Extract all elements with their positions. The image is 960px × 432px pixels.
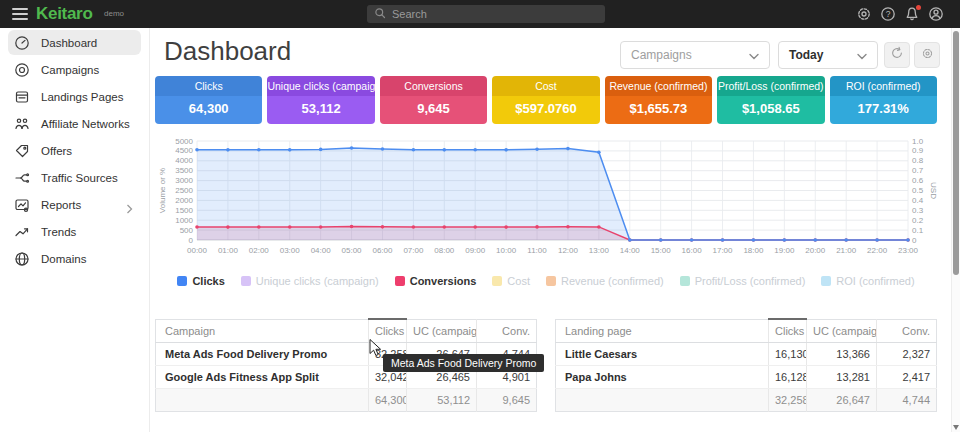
sidebar-item-label: Campaigns <box>41 64 99 76</box>
legend-item-unique-clicks-campaign-[interactable]: Unique clicks (campaign) <box>241 275 379 287</box>
svg-text:06:00: 06:00 <box>372 246 393 255</box>
totals-cell: 9,645 <box>477 388 537 411</box>
campaigns-filter-select[interactable]: Campaigns <box>620 41 770 69</box>
legend-swatch <box>821 276 831 286</box>
svg-text:2500: 2500 <box>175 186 193 195</box>
campaigns-filter-label: Campaigns <box>631 48 692 62</box>
row-name-cell[interactable]: Google Ads Fitness App Split <box>156 365 369 388</box>
sidebar-item-traffic-sources[interactable]: Traffic Sources <box>8 165 141 190</box>
chart-legend: ClicksUnique clicks (campaign)Conversion… <box>155 275 937 287</box>
stat-card-conversions[interactable]: Conversions9,645 <box>380 76 487 124</box>
sidebar-item-affiliate-networks[interactable]: Affiliate Networks <box>8 111 141 136</box>
row-value-cell: 2,417 <box>877 365 937 388</box>
stat-card-unique-clicks-campaign-[interactable]: Unique clicks (campaign)53,112 <box>267 76 374 124</box>
refresh-icon <box>890 46 904 64</box>
sidebar-item-reports[interactable]: Reports <box>8 192 141 217</box>
svg-text:0.9: 0.9 <box>912 146 924 155</box>
menu-toggle-icon[interactable] <box>12 8 28 20</box>
scrollbar-down-arrow[interactable] <box>953 425 959 430</box>
sidebar-item-domains[interactable]: Domains <box>8 246 141 271</box>
svg-text:18:00: 18:00 <box>743 246 764 255</box>
stat-card-value: $1,058.65 <box>717 96 824 124</box>
stat-card-label: Conversions <box>380 76 487 96</box>
date-range-select[interactable]: Today <box>778 41 878 69</box>
totals-cell <box>156 388 369 411</box>
svg-text:0.4: 0.4 <box>912 196 924 205</box>
column-header-clicks[interactable]: Clicks <box>769 319 807 342</box>
totals-cell: 4,744 <box>877 388 937 411</box>
landings-icon <box>14 89 30 105</box>
brand-logo[interactable]: Keitaro <box>36 4 92 24</box>
stat-card-profit-loss-confirmed-[interactable]: Profit/Loss (confirmed)$1,058.65 <box>717 76 824 124</box>
help-icon[interactable]: ? <box>880 6 896 22</box>
brand-suffix: demo <box>104 9 124 18</box>
legend-swatch <box>680 276 690 286</box>
column-header-uc-campaign-[interactable]: UC (campaign) <box>807 319 877 342</box>
svg-text:11:00: 11:00 <box>527 246 547 255</box>
stat-card-label: Cost <box>492 76 599 96</box>
svg-text:14:00: 14:00 <box>620 246 641 255</box>
dashboard-icon <box>14 35 30 51</box>
column-header-uc-campaign-[interactable]: UC (campaign) <box>407 319 477 342</box>
row-name-cell[interactable]: Meta Ads Food Delivery Promo <box>156 342 369 365</box>
dashboard-settings-button[interactable] <box>914 42 940 68</box>
scrollbar-thumb[interactable] <box>953 31 959 275</box>
search-box[interactable] <box>367 5 605 23</box>
legend-item-revenue-confirmed-[interactable]: Revenue (confirmed) <box>546 275 664 287</box>
sidebar-item-dashboard[interactable]: Dashboard <box>8 30 141 55</box>
chevron-down-icon <box>857 46 867 64</box>
stat-card-clicks[interactable]: Clicks64,300 <box>155 76 262 124</box>
column-header-conv-[interactable]: Conv. <box>877 319 937 342</box>
legend-item-conversions[interactable]: Conversions <box>395 275 477 287</box>
gear-icon[interactable] <box>856 6 872 22</box>
sidebar-item-label: Traffic Sources <box>41 172 118 184</box>
user-icon[interactable] <box>928 6 944 22</box>
refresh-button[interactable] <box>884 42 910 68</box>
svg-text:Volume or %: Volume or % <box>158 168 167 213</box>
row-tooltip: Meta Ads Food Delivery Promo <box>383 354 544 372</box>
legend-item-clicks[interactable]: Clicks <box>177 275 224 287</box>
legend-item-profit-loss-confirmed-[interactable]: Profit/Loss (confirmed) <box>680 275 806 287</box>
table-row[interactable]: Papa Johns16,12813,2812,417 <box>556 365 937 388</box>
stat-card-value: 177.31% <box>830 96 937 124</box>
svg-text:21:00: 21:00 <box>836 246 857 255</box>
stat-card-revenue-confirmed-[interactable]: Revenue (confirmed)$1,655.73 <box>605 76 712 124</box>
svg-text:0.3: 0.3 <box>912 206 924 215</box>
stat-cards-row: Clicks64,300Unique clicks (campaign)53,1… <box>155 76 937 124</box>
table-row[interactable]: Little Caesars16,13013,3662,327 <box>556 342 937 365</box>
column-header-conv-[interactable]: Conv. <box>477 319 537 342</box>
svg-text:12:00: 12:00 <box>558 246 579 255</box>
sidebar-item-label: Offers <box>41 145 72 157</box>
sidebar-item-landings-pages[interactable]: Landings Pages <box>8 84 141 109</box>
column-header-landing-page[interactable]: Landing page <box>556 319 769 342</box>
legend-item-roi-confirmed-[interactable]: ROI (confirmed) <box>821 275 914 287</box>
affiliate-icon <box>14 116 30 132</box>
bell-icon[interactable] <box>904 6 920 22</box>
sidebar-item-trends[interactable]: Trends <box>8 219 141 244</box>
svg-text:01:00: 01:00 <box>218 246 239 255</box>
stat-card-roi-confirmed-[interactable]: ROI (confirmed)177.31% <box>830 76 937 124</box>
sidebar-item-label: Affiliate Networks <box>41 118 130 130</box>
svg-text:13:00: 13:00 <box>589 246 610 255</box>
stat-card-label: ROI (confirmed) <box>830 76 937 96</box>
svg-text:1000: 1000 <box>175 216 193 225</box>
stat-card-label: Clicks <box>155 76 262 96</box>
legend-swatch <box>177 276 187 286</box>
chevron-down-icon <box>749 46 759 64</box>
legend-item-cost[interactable]: Cost <box>492 275 530 287</box>
sidebar-item-offers[interactable]: Offers <box>8 138 141 163</box>
stat-card-cost[interactable]: Cost$597.0760 <box>492 76 599 124</box>
page-scrollbar[interactable] <box>951 28 960 432</box>
row-value-cell: 16,130 <box>769 342 807 365</box>
totals-row: 64,30053,1129,645 <box>156 388 537 411</box>
row-name-cell[interactable]: Little Caesars <box>556 342 769 365</box>
search-input[interactable] <box>392 8 582 20</box>
row-name-cell[interactable]: Papa Johns <box>556 365 769 388</box>
reports-icon <box>14 197 30 213</box>
mouse-cursor <box>369 339 383 361</box>
sidebar-item-campaigns[interactable]: Campaigns <box>8 57 141 82</box>
svg-text:0.8: 0.8 <box>912 156 924 165</box>
column-header-campaign[interactable]: Campaign <box>156 319 369 342</box>
row-value-cell: 13,281 <box>807 365 877 388</box>
svg-text:16:00: 16:00 <box>682 246 703 255</box>
